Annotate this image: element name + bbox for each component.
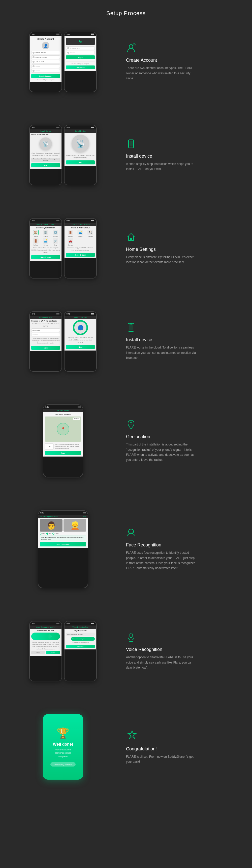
loc-holiday[interactable]: ⚙️Holiday xyxy=(51,230,60,237)
loc-living-box: 🛋️ xyxy=(43,238,48,244)
page-wrapper: Setup Process Create Account There are t… xyxy=(0,0,252,807)
radio-front[interactable]: Front xyxy=(52,533,58,535)
section-mockup-geo: 9:41▮▮▮ Set GPS Radius Set GPS Radius 📍 … xyxy=(10,404,116,477)
section-face-recognition: 9:41▮▮▮ Face Recognition Auth... New 👨 👱 xyxy=(0,510,252,588)
wave-6 xyxy=(45,633,45,639)
loc-home-box: 🏠 xyxy=(33,230,38,235)
bt-pw-field[interactable]: •••••••••• xyxy=(31,333,60,336)
gs-field-name[interactable]: firstname.com xyxy=(66,46,95,50)
radio-side[interactable]: Side xyxy=(40,533,45,535)
well-done-phone: 🏆 Well done! Voice detection(optional se… xyxy=(43,714,83,780)
loc2-garage-box: 🚗 xyxy=(68,238,73,244)
lock-icon-2 xyxy=(32,70,34,72)
loc2-kitchen-box: 🍳 xyxy=(87,230,93,235)
btn-start-front[interactable]: Start Front Done xyxy=(40,542,86,547)
well-done-title: Well done! xyxy=(53,742,73,747)
field-name[interactable]: William Benson xyxy=(31,51,60,54)
section-text-home: Home Settings Every place is different. … xyxy=(116,227,242,270)
screen-home-1: Home & Device Settings Describe your loc… xyxy=(30,223,61,260)
loc-office-box: 🏢 xyxy=(43,230,48,235)
place-now-hint: Now place FLARE over the magnetic statio… xyxy=(31,158,60,162)
wave-1 xyxy=(40,635,40,637)
field-password1[interactable]: •••••••• xyxy=(31,64,60,68)
phone-face: 9:41▮▮▮ Face Recognition Auth... New 👨 👱 xyxy=(38,510,88,588)
btn-voice-next[interactable]: Next xyxy=(46,651,60,654)
say-flare-title: Say "Hey Flare" xyxy=(66,630,95,631)
btn-install-next[interactable]: Next xyxy=(31,163,60,167)
btn-start-solution[interactable]: Start using solution xyxy=(50,762,76,767)
loc2-kitchen[interactable]: 🍳Kitchen xyxy=(86,230,95,237)
radio-yes-label: Yes xyxy=(49,533,51,534)
btn-install-next-2[interactable]: Next xyxy=(66,160,95,164)
loc-office-label: Office xyxy=(44,236,48,237)
section-geolocation: Geolocation This part of the installatio… xyxy=(0,404,252,477)
home-desc-text-2: Listeners using your FLARE will select t… xyxy=(66,247,95,251)
wave-8 xyxy=(47,635,47,637)
statusbar-5: 9:41▮▮▮ xyxy=(30,219,61,223)
svg-rect-5 xyxy=(130,141,133,146)
section-title-home: Home Settings xyxy=(126,247,232,252)
radio-side-label: Side xyxy=(42,533,45,534)
loc-shop[interactable]: 🛒Shop xyxy=(51,238,60,246)
bt-icon xyxy=(126,322,232,335)
btn-home-save-2[interactable]: Save & Next xyxy=(66,253,95,257)
wave-7 xyxy=(46,634,46,638)
section-title-geo: Geolocation xyxy=(126,434,232,439)
phone-install-2: 9:41▮▮▮ Install Device 📡 Place the devic… xyxy=(64,125,97,185)
voice-phones: 9:41▮▮▮ Voice Recognition Auth... Please… xyxy=(29,621,97,681)
name-icon xyxy=(32,52,34,54)
section-home-settings: Home Settings Every place is different. … xyxy=(0,218,252,279)
wave-2 xyxy=(41,634,41,638)
radio-yes[interactable]: Yes xyxy=(46,533,51,535)
btn-get-started[interactable]: Get Started xyxy=(66,65,95,69)
btn-bt-next[interactable]: Next xyxy=(31,346,60,350)
phone-install-1: 9:41▮▮▮ Install Device Install Flare on … xyxy=(29,125,62,185)
loc-hallway-box: 🚪 xyxy=(33,238,38,244)
loc2-living-label: Living xyxy=(78,236,82,237)
gs-field-pw[interactable]: •••••••• xyxy=(66,51,95,54)
bt-desc: Your Phone is connected via Bluetooth to… xyxy=(31,323,60,328)
face-header-new: New xyxy=(83,516,86,517)
field-password2[interactable]: •••••••• xyxy=(31,69,60,72)
field-phone-value: +49-15-5348 xyxy=(35,61,44,62)
btn-geo-save[interactable]: Save xyxy=(45,451,81,455)
home-screen-title-2: Where is your FLARE? xyxy=(66,227,95,229)
field-email[interactable]: info@flarea.com xyxy=(31,55,60,59)
bt-network-field[interactable]: Hotzone03 xyxy=(31,329,60,332)
loc-hallway[interactable]: 🚪Hallway xyxy=(31,238,40,246)
screen-bt-2: Bluetooth & Wifi 🔵 Triple-tap over FLARE… xyxy=(64,316,96,350)
install-desc: Place the device to magnetically attach … xyxy=(31,152,60,157)
loc2-hallway[interactable]: 🚪Hallway xyxy=(66,230,75,237)
face-header-title: Face Recognition Auth... xyxy=(40,516,59,517)
btn-home-save[interactable]: Save & Next xyxy=(31,255,60,259)
loc-office[interactable]: 🏢Office xyxy=(41,230,50,237)
geo-hint: Set FLARE and deactivation should be 200… xyxy=(55,443,81,450)
loc-living[interactable]: 🛋️Living xyxy=(41,238,50,246)
loc2-garage[interactable]: 🚗Garage xyxy=(66,238,75,246)
connector-4 xyxy=(126,389,126,404)
loc2-living[interactable]: 🛋️Living xyxy=(76,230,85,237)
face-item-2: 👱 xyxy=(63,519,86,532)
create-account-icon xyxy=(126,43,232,55)
bt-circle: 🔵 xyxy=(73,320,88,335)
loc-shop-box: 🛒 xyxy=(53,238,58,244)
section-desc-home: Every place is different. By telling FLA… xyxy=(126,255,197,265)
section-text-create-account: Create Account There are two different a… xyxy=(116,38,242,86)
chat-bubble-2: Yes I can hear you! xyxy=(71,637,95,641)
loc-home[interactable]: 🏠Home xyxy=(31,230,40,237)
geo-value[interactable]: 120 xyxy=(45,443,54,450)
screen-install-1: Install Device Install Flare on a wall. … xyxy=(30,129,61,169)
btn-create-account[interactable]: Create Account xyxy=(31,74,60,78)
btn-login[interactable]: Login xyxy=(66,55,95,59)
face-item-1: 👨 xyxy=(40,519,62,532)
gs-pw-value: •••••••• xyxy=(70,52,75,53)
btn-pause[interactable]: Pause xyxy=(31,651,45,654)
field-phone[interactable]: +49-15-5348 xyxy=(31,60,60,63)
field-name-value: William Benson xyxy=(35,52,46,53)
section-desc-install: A short step-by-step instruction which h… xyxy=(126,161,197,172)
phone-home-2: 9:41▮▮▮ Home & Device Settings Where is … xyxy=(64,218,97,279)
section-install-device: 9:41▮▮▮ Install Device Install Flare on … xyxy=(0,125,252,185)
btn-voice-optimize[interactable]: Optimize xyxy=(66,645,95,648)
btn-bt-next-2[interactable]: Next xyxy=(66,345,95,349)
geo-input-row: 120 Set FLARE and deactivation should be… xyxy=(45,443,81,450)
